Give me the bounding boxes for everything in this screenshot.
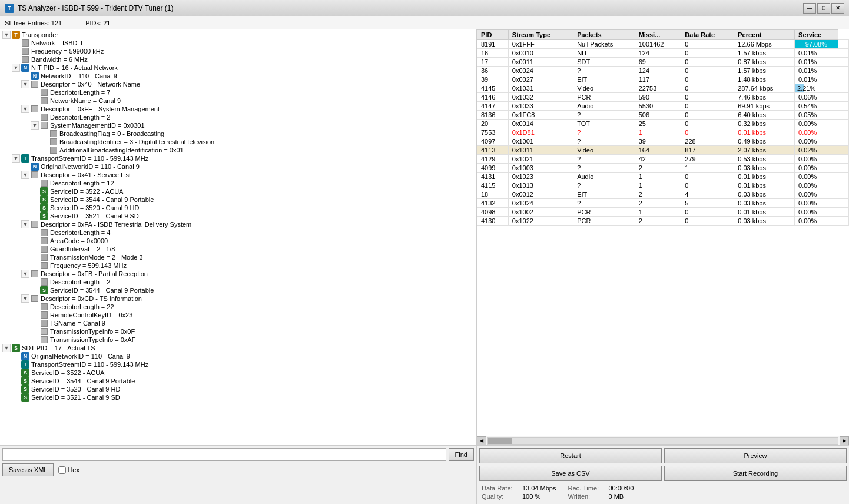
tree-item[interactable]: DescriptorLength = 22: [1, 303, 475, 311]
tree-item[interactable]: TSName = Canal 9: [1, 319, 475, 327]
tree-item[interactable]: SServiceID = 3544 - Canal 9 Portable: [1, 377, 475, 385]
table-row[interactable]: 81910x1FFFNull Packets1001462012.66 Mbps…: [477, 40, 849, 49]
tree-container[interactable]: ▼TTransponderNetwork = ISBD-TFrequency =…: [0, 29, 476, 445]
tree-item[interactable]: TransmissionMode = 2 - Mode 3: [1, 253, 475, 261]
horizontal-scrollbar[interactable]: ◀ ▶: [477, 436, 849, 445]
table-row[interactable]: 170x0011SDT6900.87 kbps0.01%: [477, 58, 849, 67]
tree-item[interactable]: Frequency = 599000 kHz: [1, 47, 475, 55]
tree-item[interactable]: Frequency = 599.143 MHz: [1, 261, 475, 270]
table-cell: [838, 75, 848, 84]
tree-item[interactable]: ▼TTransportStreamID = 110 - 599.143 MHz: [1, 154, 475, 163]
table-row[interactable]: 41300x1022PCR200.03 kbps0.00%: [477, 217, 849, 226]
table-row[interactable]: 40980x1002PCR100.01 kbps0.00%: [477, 208, 849, 217]
tree-item[interactable]: TransmissionTypeInfo = 0x0F: [1, 327, 475, 336]
table-row[interactable]: 160x0010NIT12401.57 kbps0.01%: [477, 49, 849, 58]
find-button[interactable]: Find: [449, 448, 474, 461]
minimize-button[interactable]: ―: [803, 3, 816, 14]
tree-item[interactable]: ▼Descriptor = 0xFB - Partial Reception: [1, 270, 475, 278]
table-row[interactable]: 41310x1023Audio100.01 kbps0.00%: [477, 173, 849, 181]
tree-item[interactable]: AreaCode = 0x0000: [1, 237, 475, 245]
tree-item[interactable]: DescriptorLength = 7: [1, 88, 475, 97]
tree-item[interactable]: DescriptorLength = 2: [1, 113, 475, 121]
tree-expander[interactable]: ▼: [12, 154, 20, 163]
tree-item[interactable]: SServiceID = 3521 - Canal 9 SD: [1, 212, 475, 220]
table-row[interactable]: 390x0027EIT11701.48 kbps0.01%: [477, 75, 849, 84]
tree-item[interactable]: SServiceID = 3544 - Canal 9 Portable: [1, 195, 475, 204]
resize-button[interactable]: □: [817, 3, 830, 14]
hex-checkbox[interactable]: [58, 466, 66, 474]
table-cell: 0x1FFF: [508, 40, 573, 49]
table-row[interactable]: 180x0012EIT240.03 kbps0.00%: [477, 190, 849, 199]
start-recording-button[interactable]: Start Recording: [664, 466, 847, 481]
scroll-right-btn[interactable]: ▶: [840, 436, 849, 446]
close-button[interactable]: ✕: [831, 3, 844, 14]
tree-item[interactable]: ▼Descriptor = 0x41 - Service List: [1, 171, 475, 179]
scroll-thumb[interactable]: [488, 438, 512, 444]
table-row[interactable]: 40990x1003?210.03 kbps0.00%: [477, 164, 849, 173]
tree-item[interactable]: GuardInterval = 2 - 1/8: [1, 245, 475, 253]
restart-button[interactable]: Restart: [479, 448, 662, 463]
tree-item[interactable]: ▼SystemManagementID = 0x0301: [1, 121, 475, 130]
tree-expander[interactable]: ▼: [31, 121, 39, 130]
tree-item[interactable]: TransmissionTypeInfo = 0xAF: [1, 336, 475, 344]
tree-item[interactable]: ▼NNIT PID = 16 - Actual Network: [1, 64, 475, 72]
hex-checkbox-label[interactable]: Hex: [58, 466, 79, 474]
tree-item[interactable]: BroadcastingFlag = 0 - Broadcasting: [1, 130, 475, 138]
scroll-left-btn[interactable]: ◀: [477, 436, 486, 446]
table-cell: 2: [635, 190, 681, 199]
tree-expander[interactable]: ▼: [21, 294, 29, 303]
tree-item[interactable]: ▼SSDT PID = 17 - Actual TS: [1, 344, 475, 352]
tree-item[interactable]: Network = ISBD-T: [1, 39, 475, 47]
tree-item[interactable]: NOriginalNetworkID = 110 - Canal 9: [1, 163, 475, 171]
tree-item[interactable]: NetworkName = Canal 9: [1, 97, 475, 105]
table-row[interactable]: 41290x1021?422790.53 kbps0.00%: [477, 155, 849, 164]
table-row[interactable]: 81360x1FC8?50606.40 kbps0.05%: [477, 111, 849, 120]
tree-item[interactable]: NNetworkID = 110 - Canal 9: [1, 72, 475, 80]
table-row[interactable]: 41150x1013?100.01 kbps0.00%: [477, 181, 849, 190]
tree-expander[interactable]: ▼: [21, 220, 29, 228]
tree-item[interactable]: SServiceID = 3521 - Canal 9 SD: [1, 393, 475, 402]
table-row[interactable]: 41470x1033Audio5530069.91 kbps0.54%: [477, 102, 849, 111]
tree-item[interactable]: ▼Descriptor = 0xFE - System Management: [1, 105, 475, 113]
tree-item[interactable]: ▼Descriptor = 0xFA - ISDB Terrestrial De…: [1, 220, 475, 228]
tree-item[interactable]: DescriptorLength = 12: [1, 179, 475, 187]
tree-expander[interactable]: ▼: [21, 270, 29, 278]
tree-expander[interactable]: ▼: [21, 80, 29, 88]
tree-expander[interactable]: ▼: [2, 31, 11, 39]
tree-item[interactable]: Bandwidth = 6 MHz: [1, 55, 475, 64]
tree-item[interactable]: DescriptorLength = 4: [1, 228, 475, 237]
table-row[interactable]: 41320x1024?250.03 kbps0.00%: [477, 199, 849, 208]
tree-item[interactable]: ▼Descriptor = 0x40 - Network Name: [1, 80, 475, 88]
tree-expander[interactable]: ▼: [21, 105, 29, 113]
tree-item[interactable]: TTransportStreamID = 110 - 599.143 MHz: [1, 360, 475, 369]
table-row[interactable]: 75530x1D81?100.01 kbps0.00%: [477, 128, 849, 137]
tree-item[interactable]: NOriginalNetworkID = 110 - Canal 9: [1, 352, 475, 360]
table-row[interactable]: 41130x1011Video1648172.07 kbps0.02%: [477, 146, 849, 155]
tree-item[interactable]: SServiceID = 3522 - ACUA: [1, 187, 475, 195]
tree-item[interactable]: ▼TTransponder: [1, 31, 475, 39]
tree-item[interactable]: SServiceID = 3520 - Canal 9 HD: [1, 204, 475, 212]
search-input[interactable]: [2, 448, 446, 461]
tree-label: Descriptor = 0xFA - ISDB Terrestrial Del…: [41, 221, 191, 228]
table-row[interactable]: 200x0014TOT2500.32 kbps0.00%: [477, 120, 849, 128]
tree-item[interactable]: DescriptorLength = 2: [1, 278, 475, 286]
tree-expander[interactable]: ▼: [12, 64, 20, 72]
save-xml-button[interactable]: Save as XML: [2, 463, 54, 476]
tree-item[interactable]: ▼Descriptor = 0xCD - TS Information: [1, 294, 475, 303]
tree-item[interactable]: SServiceID = 3520 - Canal 9 HD: [1, 385, 475, 393]
tree-item[interactable]: AdditionalBroadcastingIdentification = 0…: [1, 146, 475, 154]
save-csv-button[interactable]: Save as CSV: [479, 466, 662, 481]
tree-item[interactable]: SServiceID = 3522 - ACUA: [1, 369, 475, 377]
tree-item[interactable]: RemoteControlKeyID = 0x23: [1, 311, 475, 319]
tree-expander[interactable]: ▼: [21, 171, 29, 179]
table-row[interactable]: 40970x1001?392280.49 kbps0.00%: [477, 137, 849, 146]
table-row[interactable]: 41460x1032PCR59007.46 kbps0.06%: [477, 93, 849, 102]
tree-item[interactable]: BroadcastingIdentifier = 3 - Digital ter…: [1, 138, 475, 146]
table-row[interactable]: 41450x1031Video227530287.64 kbps2.21%: [477, 84, 849, 93]
scroll-track[interactable]: [487, 437, 838, 445]
preview-button[interactable]: Preview: [664, 448, 847, 463]
tree-item[interactable]: SServiceID = 3544 - Canal 9 Portable: [1, 286, 475, 294]
pid-table-container[interactable]: PIDStream TypePacketsMissi...Data RatePe…: [477, 29, 849, 436]
table-row[interactable]: 360x0024?12401.57 kbps0.01%: [477, 67, 849, 75]
tree-expander[interactable]: ▼: [2, 344, 11, 352]
